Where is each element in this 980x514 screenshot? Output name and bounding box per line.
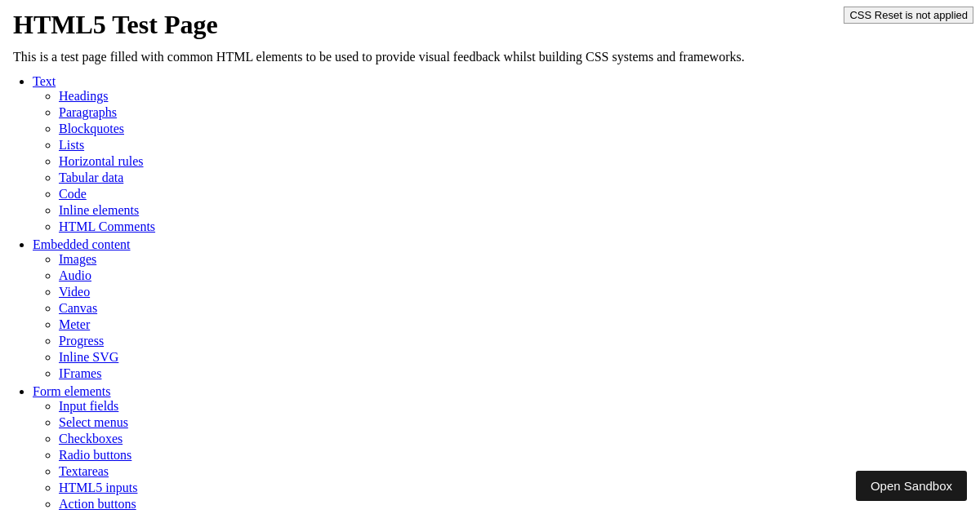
nav-sub-link-1-1[interactable]: Audio	[59, 268, 91, 282]
nav-sub-item-0-3: Lists	[59, 138, 967, 153]
nav-sub-link-1-6[interactable]: Inline SVG	[59, 350, 118, 364]
nav-sub-item-2-3: Radio buttons	[59, 448, 967, 463]
nav-sub-link-2-5[interactable]: HTML5 inputs	[59, 481, 137, 494]
nav-sub-item-1-0: Images	[59, 252, 967, 267]
nav-sub-item-1-3: Canvas	[59, 301, 967, 316]
nav-top-item-1: Embedded contentImagesAudioVideoCanvasMe…	[33, 237, 967, 381]
nav-sub-link-2-3[interactable]: Radio buttons	[59, 448, 131, 462]
nav-sub-item-2-4: Textareas	[59, 464, 967, 479]
nav-sub-link-1-5[interactable]: Progress	[59, 334, 104, 348]
nav-top-link-0[interactable]: Text	[33, 74, 56, 88]
nav-sub-link-1-0[interactable]: Images	[59, 252, 96, 266]
nav-sub-link-2-6[interactable]: Action buttons	[59, 497, 136, 511]
nav-sub-item-0-6: Code	[59, 187, 967, 202]
nav-sub-item-0-8: HTML Comments	[59, 219, 967, 234]
nav-sub-link-0-8[interactable]: HTML Comments	[59, 219, 155, 233]
nav-sub-link-2-0[interactable]: Input fields	[59, 399, 118, 413]
nav-sub-link-0-7[interactable]: Inline elements	[59, 203, 139, 217]
nav-sub-link-1-3[interactable]: Canvas	[59, 301, 97, 315]
nav-top-item-2: Form elementsInput fieldsSelect menusChe…	[33, 384, 967, 512]
nav-sub-link-1-7[interactable]: IFrames	[59, 366, 101, 380]
nav-sub-item-0-5: Tabular data	[59, 171, 967, 185]
nav-sub-link-0-5[interactable]: Tabular data	[59, 171, 123, 184]
nav-sub-item-0-4: Horizontal rules	[59, 154, 967, 169]
nav-sub-link-0-1[interactable]: Paragraphs	[59, 105, 117, 119]
nav-sub-item-0-1: Paragraphs	[59, 105, 967, 120]
nav-sub-link-0-3[interactable]: Lists	[59, 138, 84, 152]
nav-sub-item-2-5: HTML5 inputs	[59, 481, 967, 495]
intro-paragraph: This is a test page filled with common H…	[13, 50, 967, 64]
nav-sub-link-0-0[interactable]: Headings	[59, 89, 108, 103]
css-reset-badge: CSS Reset is not applied	[844, 7, 973, 24]
open-sandbox-button[interactable]: Open Sandbox	[856, 471, 967, 501]
nav-sub-item-0-7: Inline elements	[59, 203, 967, 218]
css-reset-label: CSS Reset is not applied	[849, 9, 968, 21]
nav-sub-item-0-2: Blockquotes	[59, 122, 967, 136]
nav-sub-item-2-2: Checkboxes	[59, 432, 967, 446]
nav-sub-item-1-4: Meter	[59, 317, 967, 332]
nav-top-item-0: TextHeadingsParagraphsBlockquotesListsHo…	[33, 74, 967, 234]
nav-sub-item-1-7: IFrames	[59, 366, 967, 381]
nav-sub-item-1-1: Audio	[59, 268, 967, 283]
nav-sub-link-0-4[interactable]: Horizontal rules	[59, 154, 144, 168]
page-title: HTML5 Test Page	[13, 10, 967, 40]
nav-sub-link-0-6[interactable]: Code	[59, 187, 87, 201]
nav-top-link-1[interactable]: Embedded content	[33, 237, 131, 251]
nav-sub-item-0-0: Headings	[59, 89, 967, 104]
nav-sub-link-1-4[interactable]: Meter	[59, 317, 90, 331]
nav-top-link-2[interactable]: Form elements	[33, 384, 111, 398]
nav-sub-item-2-1: Select menus	[59, 415, 967, 430]
nav-sub-item-1-2: Video	[59, 285, 967, 299]
nav-sub-list-0: HeadingsParagraphsBlockquotesListsHorizo…	[33, 89, 967, 234]
nav-sub-link-0-2[interactable]: Blockquotes	[59, 122, 124, 135]
nav-sub-list-1: ImagesAudioVideoCanvasMeterProgressInlin…	[33, 252, 967, 381]
main-nav-list: TextHeadingsParagraphsBlockquotesListsHo…	[13, 74, 967, 512]
nav-sub-item-1-6: Inline SVG	[59, 350, 967, 365]
nav-sub-item-1-5: Progress	[59, 334, 967, 348]
nav-sub-item-2-6: Action buttons	[59, 497, 967, 512]
nav-sub-link-2-4[interactable]: Textareas	[59, 464, 109, 478]
nav-sub-link-1-2[interactable]: Video	[59, 285, 90, 299]
nav-sub-item-2-0: Input fields	[59, 399, 967, 414]
nav-sub-list-2: Input fieldsSelect menusCheckboxesRadio …	[33, 399, 967, 512]
nav-sub-link-2-2[interactable]: Checkboxes	[59, 432, 122, 445]
nav-sub-link-2-1[interactable]: Select menus	[59, 415, 128, 429]
